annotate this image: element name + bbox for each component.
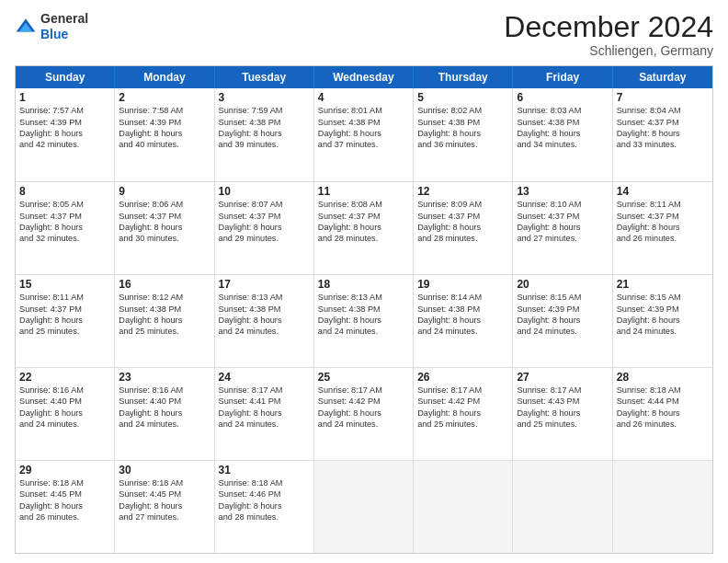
cell-info-line: Sunset: 4:37 PM <box>19 211 110 222</box>
cell-info-line: Sunset: 4:38 PM <box>417 117 508 128</box>
cell-info-line: Sunset: 4:39 PM <box>19 117 110 128</box>
calendar-cell-2: 2Sunrise: 7:58 AMSunset: 4:39 PMDaylight… <box>115 88 214 181</box>
day-number: 31 <box>219 464 310 477</box>
cell-info-line: Sunrise: 8:07 AM <box>219 199 310 210</box>
cell-info-line: and 36 minutes. <box>417 139 508 150</box>
calendar-cell-10: 10Sunrise: 8:07 AMSunset: 4:37 PMDayligh… <box>215 182 314 274</box>
calendar-cell-20: 20Sunrise: 8:15 AMSunset: 4:39 PMDayligh… <box>513 275 612 367</box>
cell-info-line: and 40 minutes. <box>119 139 210 150</box>
day-number: 11 <box>318 185 409 198</box>
cell-info-line: Sunrise: 8:09 AM <box>417 199 508 210</box>
cell-info-line: Sunset: 4:37 PM <box>517 211 608 222</box>
cell-info-line: Daylight: 8 hours <box>19 222 110 233</box>
calendar-cell-22: 22Sunrise: 8:16 AMSunset: 4:40 PMDayligh… <box>16 368 115 460</box>
cell-info-line: and 26 minutes. <box>617 233 709 244</box>
day-number: 27 <box>517 371 608 384</box>
calendar-cell-19: 19Sunrise: 8:14 AMSunset: 4:38 PMDayligh… <box>414 275 513 367</box>
cell-info-line: Daylight: 8 hours <box>517 222 608 233</box>
cell-info-line: Daylight: 8 hours <box>318 408 409 419</box>
cell-info-line: and 30 minutes. <box>119 233 210 244</box>
calendar-cell-empty <box>414 461 513 553</box>
weekday-header-saturday: Saturday <box>613 66 712 88</box>
cell-info-line: and 27 minutes. <box>517 233 608 244</box>
day-number: 21 <box>617 278 709 291</box>
cell-info-line: Sunrise: 8:17 AM <box>219 385 310 396</box>
cell-info-line: Sunrise: 7:57 AM <box>19 105 110 116</box>
cell-info-line: Daylight: 8 hours <box>417 315 508 326</box>
day-number: 25 <box>318 371 409 384</box>
logo-icon <box>15 16 37 38</box>
cell-info-line: and 24 minutes. <box>517 326 608 337</box>
calendar-cell-11: 11Sunrise: 8:08 AMSunset: 4:37 PMDayligh… <box>314 182 414 274</box>
cell-info-line: Daylight: 8 hours <box>119 128 210 139</box>
cell-info-line: Daylight: 8 hours <box>119 222 210 233</box>
day-number: 9 <box>119 185 210 198</box>
cell-info-line: and 24 minutes. <box>417 326 508 337</box>
cell-info-line: Daylight: 8 hours <box>617 315 709 326</box>
cell-info-line: Sunset: 4:46 PM <box>219 488 310 500</box>
cell-info-line: Daylight: 8 hours <box>517 128 608 139</box>
cell-info-line: Sunrise: 8:02 AM <box>417 105 508 116</box>
cell-info-line: Sunrise: 8:16 AM <box>119 385 210 396</box>
cell-info-line: and 42 minutes. <box>19 139 110 150</box>
cell-info-line: Sunset: 4:37 PM <box>219 211 310 222</box>
calendar-cell-25: 25Sunrise: 8:17 AMSunset: 4:42 PMDayligh… <box>314 368 414 460</box>
calendar-body: 1Sunrise: 7:57 AMSunset: 4:39 PMDaylight… <box>16 88 712 553</box>
cell-info-line: Sunrise: 8:17 AM <box>318 385 409 396</box>
cell-info-line: Daylight: 8 hours <box>318 222 409 233</box>
cell-info-line: Daylight: 8 hours <box>318 128 409 139</box>
weekday-header-tuesday: Tuesday <box>215 66 314 88</box>
calendar: SundayMondayTuesdayWednesdayThursdayFrid… <box>15 65 713 554</box>
cell-info-line: Daylight: 8 hours <box>219 222 310 233</box>
calendar-row-5: 29Sunrise: 8:18 AMSunset: 4:45 PMDayligh… <box>16 460 712 553</box>
cell-info-line: Daylight: 8 hours <box>219 408 310 419</box>
cell-info-line: Sunset: 4:44 PM <box>617 396 709 407</box>
cell-info-line: Sunrise: 8:06 AM <box>119 199 210 210</box>
cell-info-line: Sunset: 4:37 PM <box>19 304 110 315</box>
cell-info-line: and 24 minutes. <box>617 326 709 337</box>
calendar-row-3: 15Sunrise: 8:11 AMSunset: 4:37 PMDayligh… <box>16 274 712 367</box>
cell-info-line: and 24 minutes. <box>318 419 409 430</box>
day-number: 4 <box>318 91 409 104</box>
calendar-cell-27: 27Sunrise: 8:17 AMSunset: 4:43 PMDayligh… <box>513 368 612 460</box>
calendar-row-1: 1Sunrise: 7:57 AMSunset: 4:39 PMDaylight… <box>16 88 712 181</box>
cell-info-line: Sunset: 4:38 PM <box>219 117 310 128</box>
day-number: 24 <box>219 371 310 384</box>
calendar-row-2: 8Sunrise: 8:05 AMSunset: 4:37 PMDaylight… <box>16 181 712 274</box>
cell-info-line: Sunset: 4:38 PM <box>517 117 608 128</box>
day-number: 1 <box>19 91 110 104</box>
cell-info-line: Daylight: 8 hours <box>417 128 508 139</box>
calendar-cell-5: 5Sunrise: 8:02 AMSunset: 4:38 PMDaylight… <box>414 88 513 181</box>
cell-info-line: Daylight: 8 hours <box>417 408 508 419</box>
page-header: General Blue December 2024 Schliengen, G… <box>15 11 713 58</box>
cell-info-line: Daylight: 8 hours <box>119 408 210 419</box>
title-area: December 2024 Schliengen, Germany <box>504 11 713 58</box>
cell-info-line: and 24 minutes. <box>219 326 310 337</box>
calendar-cell-31: 31Sunrise: 8:18 AMSunset: 4:46 PMDayligh… <box>215 461 314 553</box>
cell-info-line: Sunrise: 8:11 AM <box>19 292 110 303</box>
cell-info-line: Sunrise: 8:08 AM <box>318 199 409 210</box>
cell-info-line: and 26 minutes. <box>19 511 110 523</box>
cell-info-line: Sunrise: 8:15 AM <box>617 292 709 303</box>
cell-info-line: and 28 minutes. <box>219 511 310 523</box>
cell-info-line: Sunset: 4:38 PM <box>219 304 310 315</box>
calendar-cell-8: 8Sunrise: 8:05 AMSunset: 4:37 PMDaylight… <box>16 182 115 274</box>
calendar-cell-18: 18Sunrise: 8:13 AMSunset: 4:38 PMDayligh… <box>314 275 414 367</box>
cell-info-line: Daylight: 8 hours <box>119 315 210 326</box>
cell-info-line: Sunrise: 8:14 AM <box>417 292 508 303</box>
cell-info-line: Sunset: 4:42 PM <box>318 396 409 407</box>
weekday-header-friday: Friday <box>513 66 612 88</box>
calendar-cell-24: 24Sunrise: 8:17 AMSunset: 4:41 PMDayligh… <box>215 368 314 460</box>
cell-info-line: Sunrise: 8:18 AM <box>219 477 310 488</box>
logo: General Blue <box>15 11 88 42</box>
day-number: 20 <box>517 278 608 291</box>
day-number: 2 <box>119 91 210 104</box>
calendar-cell-12: 12Sunrise: 8:09 AMSunset: 4:37 PMDayligh… <box>414 182 513 274</box>
cell-info-line: Sunrise: 8:01 AM <box>318 105 409 116</box>
cell-info-line: Sunset: 4:43 PM <box>517 396 608 407</box>
calendar-cell-26: 26Sunrise: 8:17 AMSunset: 4:42 PMDayligh… <box>414 368 513 460</box>
cell-info-line: Sunrise: 8:18 AM <box>617 385 709 396</box>
calendar-row-4: 22Sunrise: 8:16 AMSunset: 4:40 PMDayligh… <box>16 367 712 460</box>
calendar-header: SundayMondayTuesdayWednesdayThursdayFrid… <box>16 66 712 88</box>
day-number: 17 <box>219 278 310 291</box>
